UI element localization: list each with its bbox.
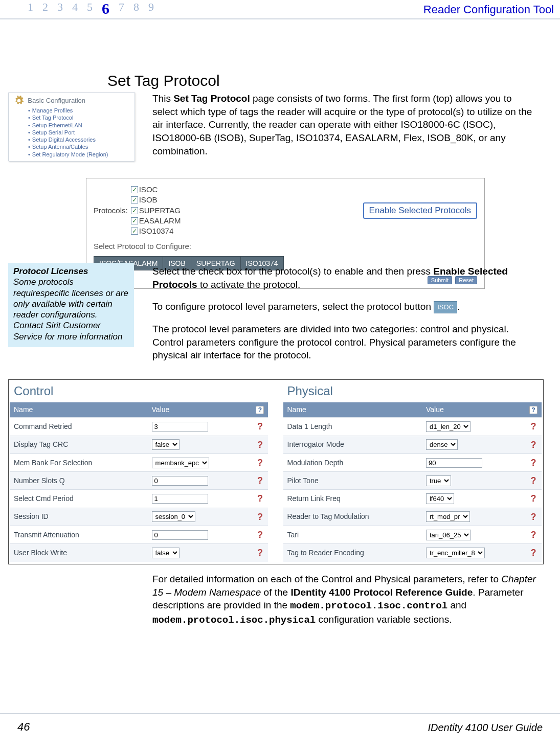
- protocol-option-isob[interactable]: ✓ ISOB: [131, 195, 181, 205]
- bottom-t1: For detailed information on each of the …: [152, 574, 501, 584]
- help-icon[interactable]: ?: [257, 475, 263, 486]
- control-input-3[interactable]: [152, 476, 208, 486]
- mid-p3: The protocol level parameters are divide…: [152, 323, 540, 362]
- control-input-4[interactable]: [152, 494, 208, 504]
- bottom-t2: of the: [261, 587, 290, 598]
- checkbox-icon[interactable]: ✓: [131, 186, 138, 193]
- param-value-cell: [148, 526, 252, 544]
- help-icon[interactable]: ?: [530, 421, 536, 431]
- help-icon[interactable]: ?: [530, 512, 536, 522]
- bottom-t4: and: [447, 600, 466, 610]
- help-icon[interactable]: ?: [257, 548, 263, 558]
- sidebar-item-2[interactable]: Setup Ethernet/LAN: [28, 122, 130, 129]
- select-protocol-label: Select Protocol to Configure:: [94, 241, 477, 252]
- help-icon[interactable]: ?: [257, 530, 263, 540]
- help-icon[interactable]: ?: [257, 440, 263, 450]
- chapter-num-1[interactable]: 1: [28, 0, 33, 20]
- licenses-callout: Protocol Licenses Some protocols require…: [8, 263, 134, 347]
- protocol-option-iso10374[interactable]: ✓ ISO10374: [131, 226, 181, 236]
- help-icon[interactable]: ?: [530, 548, 536, 558]
- checkbox-icon[interactable]: ✓: [131, 228, 138, 235]
- control-select-2[interactable]: membank_epc: [152, 458, 209, 468]
- help-icon[interactable]: ?: [257, 421, 263, 431]
- sidebar-item-4[interactable]: Setup Digital Accessories: [28, 136, 130, 143]
- page-title: Set Tag Protocol: [107, 71, 220, 92]
- checkbox-icon[interactable]: ✓: [131, 196, 138, 203]
- help-icon[interactable]: ?: [530, 458, 536, 468]
- chapter-num-4[interactable]: 4: [72, 0, 78, 20]
- control-input-6[interactable]: [152, 530, 208, 540]
- help-icon[interactable]: ?: [530, 530, 536, 540]
- chapter-num-8[interactable]: 8: [133, 0, 139, 20]
- table-row: Taritari_06_25?: [283, 526, 542, 544]
- mid-p2b: .: [457, 301, 460, 312]
- control-select-7[interactable]: false: [152, 548, 180, 558]
- table-row: Session IDsession_0?: [10, 508, 268, 526]
- param-value-cell: tr_enc_miller_8: [422, 544, 525, 562]
- checkbox-icon[interactable]: ✓: [131, 207, 138, 214]
- control-input-0[interactable]: [152, 422, 208, 431]
- physical-select-1[interactable]: dense: [426, 439, 458, 450]
- param-name: Modulation Depth: [283, 453, 422, 471]
- help-icon[interactable]: ?: [257, 493, 263, 504]
- protocol-option-isoc[interactable]: ✓ ISOC: [131, 185, 181, 195]
- sidebar-item-3[interactable]: Setup Serial Port: [28, 129, 130, 136]
- physical-select-7[interactable]: tr_enc_miller_8: [426, 548, 485, 558]
- gear-icon: [14, 96, 24, 106]
- help-icon[interactable]: ?: [530, 493, 536, 504]
- intro-paragraph: This Set Tag Protocol page consists of t…: [152, 92, 540, 157]
- sidebar-item-0[interactable]: Manage Profiles: [28, 107, 130, 114]
- physical-panel: Physical Name Value ? Data 1 Lengthd1_le…: [282, 380, 544, 564]
- param-name: User Block Write: [10, 544, 148, 562]
- control-table: Name Value ? Command Retried?Display Tag…: [10, 402, 268, 561]
- intro-bold: Set Tag Protocol: [173, 93, 250, 104]
- physical-input-2[interactable]: [426, 458, 482, 468]
- control-select-5[interactable]: session_0: [152, 511, 195, 522]
- chapter-num-6[interactable]: 6: [102, 0, 109, 19]
- physical-col-name: Name: [283, 402, 422, 417]
- physical-select-5[interactable]: rt_mod_pr: [426, 511, 470, 522]
- param-value-cell: [148, 418, 252, 436]
- header-rule: [0, 18, 560, 19]
- footer-rule: [0, 713, 560, 714]
- chapter-num-5[interactable]: 5: [87, 0, 93, 20]
- table-row: Reader to Tag Modulationrt_mod_pr?: [283, 508, 542, 526]
- help-icon[interactable]: ?: [257, 512, 263, 522]
- control-select-1[interactable]: false: [152, 439, 180, 450]
- physical-select-0[interactable]: d1_len_20: [426, 421, 471, 432]
- physical-col-help: ?: [525, 402, 542, 417]
- bottom-bold1: IDentity 4100 Protocol Reference Guide: [290, 587, 473, 598]
- mid-p1a: Select the check box for the protocol(s)…: [152, 266, 433, 277]
- parameter-panels: Control Name Value ? Command Retried?Dis…: [8, 379, 544, 564]
- table-row: Command Retried?: [10, 418, 268, 436]
- table-row: Tag to Reader Encodingtr_enc_miller_8?: [283, 544, 542, 562]
- protocol-option-supertag[interactable]: ✓ SUPERTAG: [131, 206, 181, 216]
- help-header-icon[interactable]: ?: [529, 406, 537, 414]
- protocol-option-label: SUPERTAG: [139, 206, 181, 216]
- help-icon[interactable]: ?: [530, 475, 536, 486]
- basic-config-title: Basic Configuration: [28, 97, 85, 104]
- chapter-num-7[interactable]: 7: [119, 0, 124, 20]
- physical-select-3[interactable]: true: [426, 475, 451, 486]
- physical-select-6[interactable]: tari_06_25: [426, 530, 471, 540]
- help-icon[interactable]: ?: [257, 458, 263, 468]
- sidebar-item-1[interactable]: Set Tag Protocol: [28, 114, 130, 121]
- param-name: Interrogator Mode: [283, 436, 422, 453]
- protocol-option-easalarm[interactable]: ✓ EASALARM: [131, 216, 181, 226]
- chapter-num-9[interactable]: 9: [148, 0, 154, 20]
- table-row: Select Cmd Period?: [10, 490, 268, 508]
- sidebar-item-6[interactable]: Set Regulatory Mode (Region): [28, 151, 130, 158]
- chapter-num-2[interactable]: 2: [42, 0, 48, 20]
- physical-select-4[interactable]: lf640: [426, 493, 454, 504]
- sidebar-item-5[interactable]: Setup Antenna/Cables: [28, 143, 130, 150]
- table-row: User Block Writefalse?: [10, 544, 268, 562]
- isoc-chip-button[interactable]: ISOC: [434, 301, 457, 313]
- header-title: Reader Configuration Tool: [423, 2, 554, 17]
- enable-selected-button[interactable]: Enable Selected Protocols: [363, 202, 477, 219]
- basic-config-list: Manage ProfilesSet Tag ProtocolSetup Eth…: [28, 107, 130, 158]
- chapter-num-3[interactable]: 3: [57, 0, 63, 20]
- checkbox-icon[interactable]: ✓: [131, 217, 138, 224]
- control-body: Command Retried?Display Tag CRCfalse?Mem…: [10, 418, 268, 562]
- help-header-icon[interactable]: ?: [256, 406, 264, 414]
- help-icon[interactable]: ?: [530, 440, 536, 450]
